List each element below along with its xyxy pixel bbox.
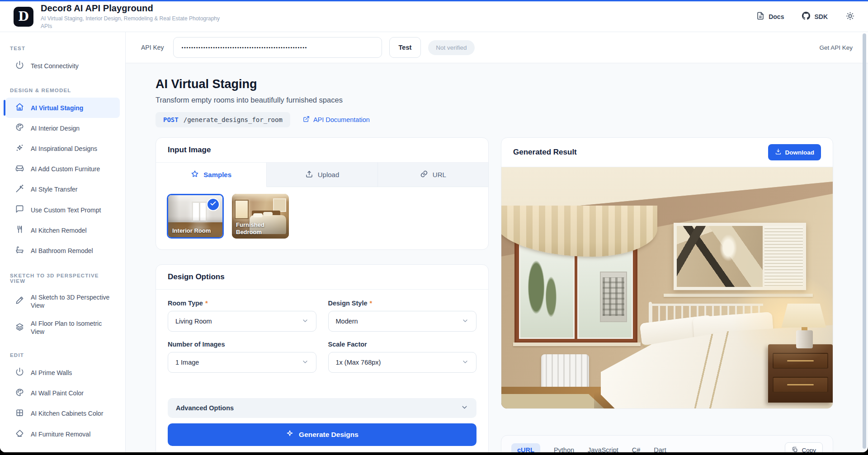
design-style-select[interactable]: Modern <box>328 311 477 332</box>
app-window: D Decor8 AI API Playground AI Virtual St… <box>0 0 868 452</box>
generated-result-title: Generated Result <box>513 148 577 157</box>
sidebar-item-label: AI Floor Plan to Isometric View <box>31 319 115 336</box>
sidebar-section-design-remodel: DESIGN & REMODEL <box>5 76 120 98</box>
field-label-text: Design Style <box>328 300 368 307</box>
code-tab-curl[interactable]: cURL <box>511 443 540 452</box>
sidebar-item-label: AI Bathroom Remodel <box>31 247 93 255</box>
get-api-key-link[interactable]: Get API Key <box>819 44 853 51</box>
palette-icon <box>15 388 24 399</box>
endpoint-path: /generate_designs_for_room <box>184 116 283 123</box>
vertical-scrollbar[interactable] <box>863 33 866 449</box>
number-of-images-select[interactable]: 1 Image <box>168 352 316 373</box>
room-type-label: Room Type * <box>168 300 316 307</box>
power-icon <box>15 367 24 378</box>
tab-upload-label: Upload <box>318 171 340 178</box>
theme-toggle-button[interactable] <box>846 12 854 22</box>
upload-icon <box>305 170 313 179</box>
power-icon <box>15 61 24 71</box>
api-key-input[interactable] <box>173 37 382 58</box>
sample-interior-room[interactable]: Interior Room <box>167 194 224 239</box>
sidebar-item-label: AI Virtual Staging <box>31 104 83 112</box>
sidebar-item-ai-wall-paint-color[interactable]: AI Wall Paint Color <box>5 383 120 403</box>
code-tab-dart[interactable]: Dart <box>654 443 666 452</box>
github-icon <box>802 12 810 21</box>
code-tab-javascript[interactable]: JavaScript <box>588 443 618 452</box>
sidebar-item-use-custom-text-prompt[interactable]: Use Custom Text Prompt <box>5 200 120 220</box>
file-text-icon <box>756 12 764 21</box>
download-icon <box>775 148 782 156</box>
sidebar-item-ai-kitchen-cabinets-color[interactable]: AI Kitchen Cabinets Color <box>5 403 120 424</box>
design-options-card: Design Options Room Type * <box>156 264 489 452</box>
sidebar-item-label: AI Sketch to 3D Perspective View <box>31 293 115 310</box>
chevron-down-icon <box>302 317 309 326</box>
sidebar-item-ai-interior-design[interactable]: AI Interior Design <box>5 118 120 138</box>
tab-samples[interactable]: Samples <box>156 163 267 187</box>
sidebar-section-test: TEST <box>5 39 120 56</box>
code-tab-csharp[interactable]: C# <box>632 443 641 452</box>
star-icon <box>191 170 199 179</box>
scale-factor-select[interactable]: 1x (Max 768px) <box>328 352 477 373</box>
room-type-select[interactable]: Living Room <box>168 311 316 332</box>
eraser-icon <box>15 429 24 439</box>
sidebar-item-test-connectivity[interactable]: Test Connectivity <box>5 56 120 76</box>
sidebar-item-ai-bathroom-remodel[interactable]: AI Bathroom Remodel <box>5 241 120 261</box>
chevron-down-icon <box>462 358 469 367</box>
http-method: POST <box>163 116 179 123</box>
test-api-key-button[interactable]: Test <box>389 37 421 58</box>
sidebar: TEST Test Connectivity DESIGN & REMODEL … <box>0 32 126 452</box>
tab-samples-label: Samples <box>203 171 231 178</box>
sidebar-item-ai-add-custom-furniture[interactable]: AI Add Custom Furniture <box>5 159 120 179</box>
generate-designs-button[interactable]: Generate Designs <box>168 423 476 446</box>
sidebar-item-ai-furniture-removal[interactable]: AI Furniture Removal <box>5 424 120 444</box>
input-source-tabs: Samples Upload URL <box>156 163 488 187</box>
copy-code-button[interactable]: Copy <box>785 442 823 452</box>
generate-designs-label: Generate Designs <box>299 431 359 439</box>
tab-upload[interactable]: Upload <box>267 163 377 187</box>
sidebar-item-ai-floor-plan-isometric[interactable]: AI Floor Plan to Isometric View <box>5 314 120 341</box>
download-label: Download <box>785 149 815 156</box>
sdk-label: SDK <box>814 13 828 20</box>
page-subtitle: Transform empty rooms into beautifully f… <box>156 95 868 105</box>
bath-icon <box>15 246 24 256</box>
layers-icon <box>15 323 24 333</box>
field-design-style: Design Style * Modern <box>328 300 477 332</box>
sample-furnished-bedroom[interactable]: Furnished Bedroom <box>232 194 289 239</box>
chevron-down-icon <box>302 358 309 367</box>
sample-label: Furnished Bedroom <box>236 221 279 236</box>
room-type-value: Living Room <box>175 318 212 325</box>
sidebar-item-ai-style-transfer[interactable]: AI Style Transfer <box>5 179 120 200</box>
sparkle-icon <box>286 430 294 440</box>
sidebar-item-ai-virtual-staging[interactable]: AI Virtual Staging <box>5 98 120 118</box>
sidebar-item-ai-sketch-to-3d[interactable]: AI Sketch to 3D Perspective View <box>5 288 120 314</box>
tab-url-label: URL <box>433 171 446 178</box>
field-room-type: Room Type * Living Room <box>168 300 316 332</box>
sidebar-item-label: Use Custom Text Prompt <box>31 206 101 214</box>
code-tab-python[interactable]: Python <box>554 443 574 452</box>
sidebar-item-label: AI Add Custom Furniture <box>31 165 100 173</box>
sparkles-icon <box>15 144 24 154</box>
sdk-button[interactable]: SDK <box>802 12 828 21</box>
sun-icon <box>846 12 854 22</box>
verification-status-badge: Not verified <box>428 40 474 55</box>
link-icon <box>420 170 428 179</box>
copy-label: Copy <box>802 447 816 453</box>
input-image-title: Input Image <box>156 138 488 163</box>
api-documentation-link[interactable]: API Documentation <box>303 116 370 124</box>
docs-button[interactable]: Docs <box>756 12 784 21</box>
scrollbar-thumb[interactable] <box>863 33 866 449</box>
sidebar-item-ai-prime-walls[interactable]: AI Prime Walls <box>5 362 120 383</box>
sofa-icon <box>15 164 24 174</box>
sidebar-item-ai-kitchen-remodel[interactable]: AI Kitchen Remodel <box>5 220 120 240</box>
advanced-options-toggle[interactable]: Advanced Options <box>168 398 476 418</box>
field-label-text: Number of Images <box>168 341 225 348</box>
scale-factor-label: Scale Factor <box>328 341 477 348</box>
sidebar-item-label: AI Prime Walls <box>31 369 72 377</box>
utensils-icon <box>15 225 24 235</box>
header-titles: Decor8 AI API Playground AI Virtual Stag… <box>41 3 222 29</box>
download-button[interactable]: Download <box>768 144 821 160</box>
tab-url[interactable]: URL <box>378 163 488 187</box>
home-icon <box>15 103 24 113</box>
sidebar-item-ai-inspirational-designs[interactable]: AI Inspirational Designs <box>5 139 120 159</box>
generated-result-card: Generated Result Download <box>501 137 833 409</box>
sidebar-item-label: AI Kitchen Cabinets Color <box>31 409 103 417</box>
